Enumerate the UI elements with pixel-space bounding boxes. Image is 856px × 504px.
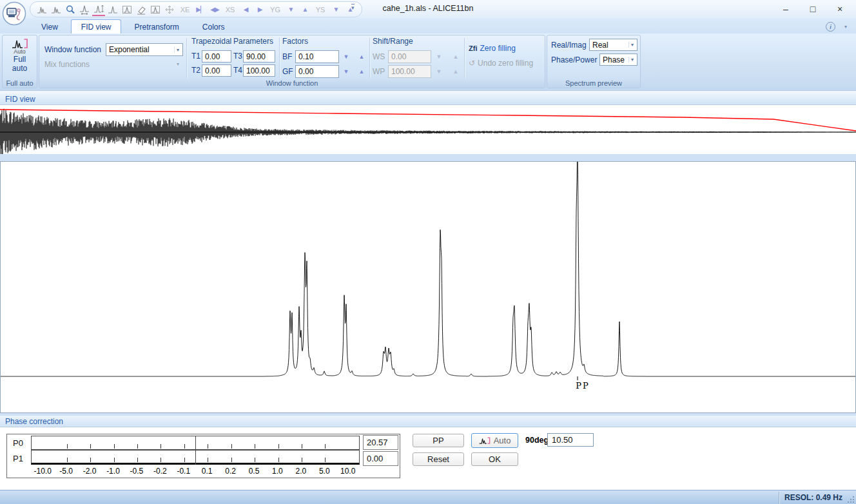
undo-zero-filling-label: Undo zero filling <box>478 59 533 68</box>
peak-region-icon[interactable] <box>121 3 133 15</box>
deg90-field[interactable]: 10.50 <box>547 433 594 447</box>
y-shift-up-icon[interactable]: ▲ <box>344 3 356 15</box>
full-auto-button[interactable]: Auto Full auto <box>3 35 37 79</box>
t1-field[interactable]: 0.00 <box>202 50 231 63</box>
undo-icon: ↺ <box>469 59 475 68</box>
zero-filling-label: Zero filling <box>480 44 515 53</box>
p0-value-field[interactable]: 20.57 <box>363 435 398 450</box>
ribbon-options-icon[interactable]: ▾ <box>844 24 847 30</box>
spectrum-canvas[interactable]: PP <box>0 161 856 413</box>
auto-phase-button[interactable]: Auto <box>471 433 518 448</box>
qat-items: XE▶▏◀▶XS◀▶YG▼▲YS▼▲ <box>35 3 356 16</box>
x-expand-icon[interactable]: ◀▶ <box>208 3 221 15</box>
separator <box>464 38 465 78</box>
qat-customize-icon[interactable]: ▾ <box>351 4 355 11</box>
phase-power-label: Phase/Power <box>551 55 597 64</box>
real-imag-select[interactable]: Real ▾ <box>589 39 637 51</box>
t3-label: T3 <box>233 52 242 61</box>
fid-view-canvas[interactable] <box>0 105 856 154</box>
real-imag-value: Real <box>592 41 608 50</box>
quick-access-toolbar: XE▶▏◀▶XS◀▶YG▼▲YS▼▲ <box>30 1 362 17</box>
zoom-region-icon[interactable] <box>149 3 162 15</box>
t4-field[interactable]: 100.00 <box>243 64 275 77</box>
y-gain-down-icon[interactable]: ▼ <box>284 3 297 15</box>
y-gain-up-icon[interactable]: ▲ <box>298 3 311 15</box>
gf-spinner-up-icon[interactable]: ▲ <box>356 68 367 75</box>
t2-field[interactable]: 0.00 <box>202 64 231 77</box>
svg-text:PP: PP <box>576 381 590 391</box>
status-separator <box>779 492 780 503</box>
phase-scale-label: -0.5 <box>125 467 148 476</box>
phase-scale-label: 0.5 <box>242 467 266 476</box>
gf-field[interactable]: 0.00 <box>295 65 339 78</box>
status-bar: RESOL: 0.49 Hz <box>0 490 856 504</box>
mix-functions-chevron-icon[interactable]: ▾ <box>177 61 179 67</box>
auto-phase-label: Auto <box>494 436 511 445</box>
bf-spinner-down-icon[interactable]: ▼ <box>341 53 351 60</box>
zoom-icon[interactable] <box>64 3 77 15</box>
window-function-value: Exponential <box>109 45 150 54</box>
phase-scale-label: -0.1 <box>172 467 195 476</box>
window-controls: – □ × <box>773 0 852 18</box>
tab-view[interactable]: View <box>31 19 68 34</box>
zero-filling-button[interactable]: Zfi Zero filling <box>469 44 516 53</box>
slider-tick <box>137 458 138 462</box>
y-shift-down-icon[interactable]: ▼ <box>329 3 342 15</box>
x-right-icon[interactable]: ▶ <box>253 3 266 15</box>
minimize-button[interactable]: – <box>773 1 798 17</box>
expand-x-icon[interactable] <box>78 3 91 15</box>
tab-fid-view[interactable]: FID view <box>71 19 122 34</box>
slider-tick <box>278 444 279 449</box>
move-crosshair-icon[interactable] <box>163 3 176 15</box>
shift-range-header: Shift/Range <box>373 37 413 46</box>
full-auto-icon-caption: Auto <box>14 48 26 55</box>
window-function-label: Window function <box>44 45 101 54</box>
group-caption-window-function: Window function <box>39 79 545 88</box>
info-icon[interactable]: i <box>826 22 835 32</box>
slider-tick <box>302 444 302 449</box>
undo-zero-filling-button: ↺ Undo zero filling <box>469 59 533 68</box>
separator <box>186 38 188 78</box>
tab-colors[interactable]: Colors <box>192 19 235 34</box>
slider-tick <box>278 458 279 462</box>
fid-plot <box>0 105 856 154</box>
window-function-select[interactable]: Exponential ▾ <box>106 43 183 56</box>
slider-tick <box>114 458 115 462</box>
single-peak-icon[interactable] <box>106 3 119 15</box>
x-left-icon[interactable]: ◀ <box>239 3 252 15</box>
ribbon-tabs: View FID view Pretransform Colors <box>31 19 235 34</box>
phase-scale-label: -0.2 <box>148 467 171 476</box>
peak-width-icon[interactable] <box>50 3 63 15</box>
slider-tick <box>208 444 208 449</box>
t3-field[interactable]: 90.00 <box>243 50 275 63</box>
maximize-button[interactable]: □ <box>801 1 825 17</box>
phase-scale-label: -5.0 <box>54 467 77 476</box>
tab-pretransform[interactable]: Pretransform <box>124 19 189 34</box>
gf-spinner-down-icon[interactable]: ▼ <box>341 68 351 75</box>
deg90-label: 90deg <box>525 436 549 445</box>
erase-icon[interactable] <box>135 3 148 15</box>
chevron-down-icon: ▾ <box>628 42 636 48</box>
auto-phase-icon <box>479 436 491 445</box>
ok-button[interactable]: OK <box>471 452 518 466</box>
ws-spinner-down-icon: ▼ <box>434 53 444 60</box>
phase-power-select[interactable]: Phase ▾ <box>599 53 637 66</box>
reset-button[interactable]: Reset <box>413 452 464 466</box>
resize-grip[interactable] <box>847 496 855 504</box>
trapezoidal-header: Trapezoidal <box>191 37 231 46</box>
t2-label: T2 <box>191 66 200 75</box>
slider-tick <box>160 458 161 462</box>
t1-label: T1 <box>191 52 200 61</box>
bf-field[interactable]: 0.10 <box>295 50 339 63</box>
app-logo-icon[interactable] <box>2 1 26 26</box>
bf-spinner-up-icon[interactable]: ▲ <box>356 53 367 60</box>
x-reset-icon[interactable]: ▶▏ <box>194 3 207 15</box>
chevron-down-icon: ▾ <box>174 47 181 53</box>
y-scale-icon[interactable] <box>92 3 105 16</box>
pp-button[interactable]: PP <box>413 434 464 447</box>
p1-value-field[interactable]: 0.00 <box>363 451 398 466</box>
peak-pick-icon[interactable] <box>35 3 48 15</box>
close-button[interactable]: × <box>828 1 852 17</box>
ws-label: WS <box>373 52 385 61</box>
chevron-down-icon: ▾ <box>628 57 636 63</box>
